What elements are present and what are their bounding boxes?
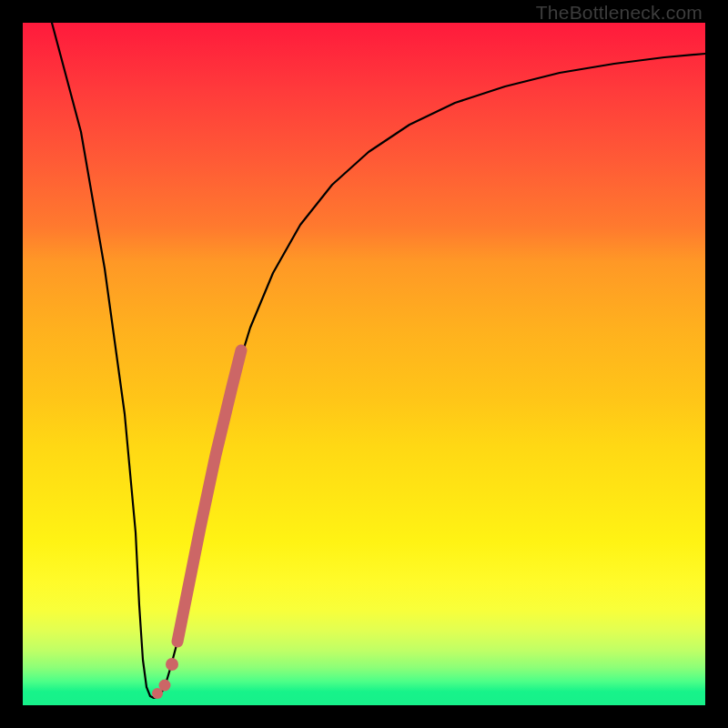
chart-frame: TheBottleneck.com bbox=[0, 0, 728, 728]
plot-area bbox=[23, 23, 705, 705]
highlight-segment bbox=[177, 350, 241, 642]
highlight-dot bbox=[166, 658, 178, 671]
highlight-dot bbox=[159, 680, 171, 692]
main-curve bbox=[52, 23, 705, 698]
watermark-text: TheBottleneck.com bbox=[536, 2, 703, 24]
curve-layer bbox=[23, 23, 705, 705]
